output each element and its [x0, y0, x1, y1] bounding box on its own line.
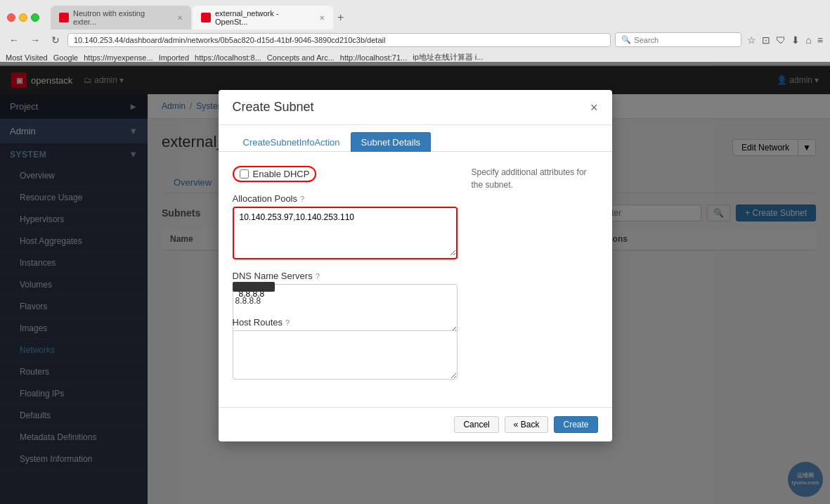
back-button[interactable]: « Back [505, 416, 549, 433]
search-input[interactable] [634, 36, 735, 44]
tab-label-2: external_network - OpenSt... [215, 9, 312, 26]
download-icon[interactable]: ⬇ [790, 33, 801, 47]
modal-title: Create Subnet [233, 100, 314, 115]
dns-servers-help-icon[interactable]: ? [316, 272, 320, 280]
enable-dhcp-checkbox[interactable] [240, 169, 249, 179]
minimize-button[interactable] [19, 13, 27, 22]
modal-close-button[interactable]: × [590, 101, 598, 114]
bookmark-google[interactable]: Google [53, 53, 78, 62]
allocation-pools-label: Allocation Pools ? [233, 193, 458, 204]
enable-dhcp-label[interactable]: Enable DHCP [253, 169, 310, 179]
nav-icons: ☆ ⊡ 🛡 ⬇ ⌂ ≡ [746, 33, 824, 47]
tab-label-1: Neutron with existing exter... [73, 9, 170, 26]
cancel-button[interactable]: Cancel [454, 416, 498, 433]
bookmark-imported[interactable]: Imported [159, 53, 189, 62]
modal-tab-create-subnet-info[interactable]: CreateSubnetInfoAction [233, 132, 351, 152]
url-text[interactable]: 10.140.253.44/dashboard/admin/networks/0… [74, 36, 604, 44]
forward-button[interactable]: → [27, 33, 44, 47]
dns-name-servers-label: DNS Name Servers ? [233, 271, 458, 281]
tab-favicon-1 [59, 13, 69, 22]
modal-footer: Cancel « Back Create [219, 407, 612, 441]
bookmark-concepts[interactable]: Concepts and Arc... [267, 53, 335, 62]
maximize-button[interactable] [31, 13, 39, 22]
dns-name-servers-group: DNS Name Servers ? 8.8.8.8 [233, 271, 458, 306]
bookmark-localhost71[interactable]: http://localhost:71... [340, 53, 407, 62]
tab-close-2[interactable]: ✕ [319, 14, 325, 22]
modal-tabs: CreateSubnetInfoAction Subnet Details [219, 125, 612, 152]
modal-form: Enable DHCP Allocation Pools ? 10.140.25… [233, 166, 458, 393]
modal-hint: Specify additional attributes for the su… [472, 166, 598, 393]
bookmark-localhost8[interactable]: https://localhost:8... [195, 53, 261, 62]
new-tab-button[interactable]: + [335, 6, 346, 30]
tab-close-1[interactable]: ✕ [177, 14, 183, 22]
modal-header: Create Subnet × [219, 90, 612, 125]
bookmark-ip[interactable]: ip地址在线计算器 i... [413, 52, 483, 63]
search-bar[interactable]: 🔍 [615, 32, 741, 47]
host-routes-help-icon[interactable]: ? [285, 318, 290, 327]
menu-icon[interactable]: ≡ [816, 33, 824, 47]
host-routes-input[interactable] [233, 330, 458, 380]
back-button[interactable]: ← [6, 33, 22, 47]
create-button[interactable]: Create [554, 416, 597, 433]
create-subnet-modal: Create Subnet × CreateSubnetInfoAction S… [219, 90, 612, 441]
shield-icon[interactable]: 🛡 [774, 33, 787, 47]
bookmark-myexpense[interactable]: https://myexpense... [84, 53, 153, 62]
url-bar: 10.140.253.44/dashboard/admin/networks/0… [67, 33, 611, 47]
allocation-pools-input[interactable]: 10.140.253.97,10.140.253.110 [234, 208, 456, 256]
reader-icon[interactable]: ⊡ [760, 33, 772, 47]
close-button[interactable] [7, 13, 15, 22]
bookmark-most-visited[interactable]: Most Visited [6, 53, 48, 62]
home-icon[interactable]: ⌂ [804, 33, 812, 47]
bookmark-star-icon[interactable]: ☆ [746, 33, 758, 47]
tab-favicon-2 [201, 13, 211, 22]
browser-tab-2[interactable]: external_network - OpenSt... ✕ [193, 6, 333, 30]
modal-overlay[interactable]: Create Subnet × CreateSubnetInfoAction S… [0, 62, 830, 504]
browser-tab-1[interactable]: Neutron with existing exter... ✕ [51, 6, 191, 30]
reload-button[interactable]: ↻ [48, 33, 63, 47]
modal-body: Enable DHCP Allocation Pools ? 10.140.25… [219, 152, 612, 407]
allocation-pools-help-icon[interactable]: ? [300, 195, 304, 203]
browser-chrome: Neutron with existing exter... ✕ externa… [0, 0, 830, 66]
traffic-lights [7, 13, 39, 22]
modal-tab-subnet-details[interactable]: Subnet Details [351, 132, 432, 152]
search-icon: 🔍 [621, 35, 631, 44]
browser-tabs: Neutron with existing exter... ✕ externa… [51, 6, 823, 30]
enable-dhcp-group: Enable DHCP [233, 166, 458, 182]
allocation-pools-group: Allocation Pools ? 10.140.253.97,10.140.… [233, 193, 458, 259]
